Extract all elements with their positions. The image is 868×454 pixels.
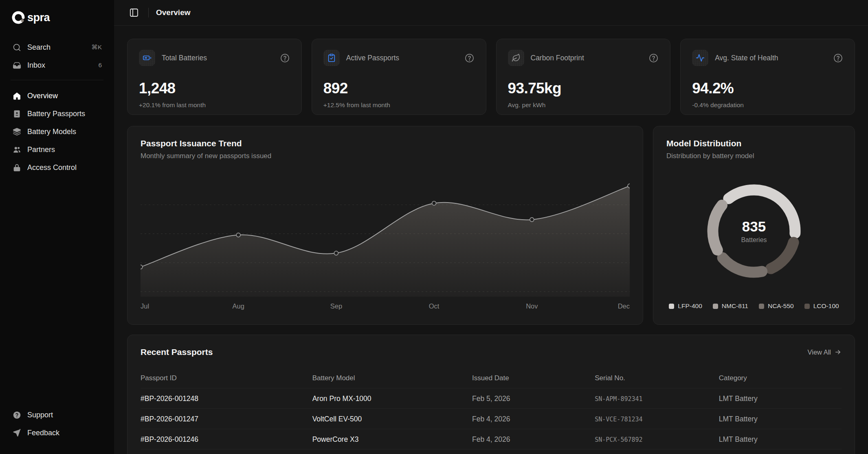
sidebar-item-label: Overview xyxy=(27,92,58,100)
brand-logo-icon xyxy=(11,11,25,24)
stat-card-state-of-health: Avg. State of Health 94.2% -0.4% degrada… xyxy=(680,39,855,115)
sidebar-item-label: Access Control xyxy=(27,163,77,172)
users-icon xyxy=(12,145,21,154)
help-icon[interactable] xyxy=(464,53,475,63)
page-title: Overview xyxy=(156,8,191,17)
table-header-row: Passport ID Battery Model Issued Date Se… xyxy=(141,368,842,388)
trend-chart-title: Passport Issuance Trend xyxy=(141,139,630,148)
cell-issued-date: Feb 5, 2026 xyxy=(472,394,595,403)
clipboard-check-icon xyxy=(323,50,340,66)
cell-issued-date: Feb 4, 2026 xyxy=(472,435,595,444)
donut-chart-subtitle: Distribution by battery model xyxy=(666,152,842,160)
lock-icon xyxy=(12,163,21,172)
cell-serial-no: SN-APM-892341 xyxy=(595,395,719,403)
sidebar-item-overview[interactable]: Overview xyxy=(9,87,105,105)
donut-segment-nmc-811[interactable] xyxy=(713,205,722,250)
legend-swatch xyxy=(759,304,764,309)
legend-swatch xyxy=(669,304,674,309)
stat-card-active-passports: Active Passports 892 +12.5% from last mo… xyxy=(312,39,486,115)
help-icon[interactable] xyxy=(280,53,290,63)
cell-category: LMT Battery xyxy=(719,394,842,403)
sidebar-inbox-label: Inbox xyxy=(27,61,45,70)
cell-passport-id: #BP-2026-001248 xyxy=(141,394,312,403)
sidebar-divider xyxy=(11,80,103,80)
legend-label: LFP-400 xyxy=(678,302,702,310)
sidebar-search[interactable]: Search ⌘K xyxy=(9,38,105,56)
col-battery-model: Battery Model xyxy=(312,374,472,382)
help-circle-icon xyxy=(12,410,21,419)
cell-passport-id: #BP-2026-001247 xyxy=(141,415,312,423)
sidebar-item-battery-models[interactable]: Battery Models xyxy=(9,123,105,141)
stat-value: 892 xyxy=(323,80,475,97)
model-distribution-card: Model Distribution Distribution by batte… xyxy=(653,126,855,325)
battery-icon xyxy=(139,50,155,66)
cell-battery-model: Aron Pro MX-1000 xyxy=(312,394,472,403)
inbox-icon xyxy=(12,61,21,70)
home-icon xyxy=(12,91,21,100)
sidebar-item-feedback[interactable]: Feedback xyxy=(9,424,105,442)
main-area: Overview Total Batteries 1,248 xyxy=(114,0,868,454)
send-icon xyxy=(12,428,21,437)
stat-value: 94.2% xyxy=(692,80,843,97)
x-tick-label: Oct xyxy=(429,302,439,310)
inbox-badge: 6 xyxy=(98,62,102,69)
sidebar: spra Search ⌘K Inbox 6 Overview xyxy=(0,0,114,454)
legend-label: NMC-811 xyxy=(722,302,748,310)
stat-title: Active Passports xyxy=(346,54,399,62)
stats-row: Total Batteries 1,248 +20.1% from last m… xyxy=(127,39,855,115)
passport-icon xyxy=(12,109,21,118)
leaf-icon xyxy=(508,50,524,66)
help-icon[interactable] xyxy=(833,53,843,63)
activity-icon xyxy=(692,50,708,66)
help-icon[interactable] xyxy=(648,53,659,63)
trend-area-chart xyxy=(141,171,630,297)
col-serial-no: Serial No. xyxy=(595,374,719,382)
cell-passport-id: #BP-2026-001246 xyxy=(141,435,312,444)
arrow-right-icon xyxy=(834,348,842,356)
topbar: Overview xyxy=(114,0,868,26)
x-tick-label: Dec xyxy=(618,302,630,310)
sidebar-spacer xyxy=(9,176,105,406)
donut-segment-nca-550[interactable] xyxy=(723,258,762,272)
table-row[interactable]: #BP-2026-001248 Aron Pro MX-1000 Feb 5, … xyxy=(141,388,842,408)
stat-value: 93.75kg xyxy=(508,80,659,97)
col-passport-id: Passport ID xyxy=(141,374,312,382)
stat-subtext: -0.4% degradation xyxy=(692,101,843,109)
sidebar-item-battery-passports[interactable]: Battery Passports xyxy=(9,105,105,123)
x-tick-label: Aug xyxy=(233,302,244,310)
sidebar-inbox[interactable]: Inbox 6 xyxy=(9,56,105,74)
stat-card-total-batteries: Total Batteries 1,248 +20.1% from last m… xyxy=(127,39,302,115)
legend-swatch xyxy=(804,304,810,309)
sidebar-toggle-button[interactable] xyxy=(127,6,141,20)
sidebar-item-label: Partners xyxy=(27,145,55,154)
table-row[interactable]: #BP-2026-001247 VoltCell EV-500 Feb 4, 2… xyxy=(141,408,842,429)
sidebar-item-label: Battery Passports xyxy=(27,110,85,118)
sidebar-item-label: Feedback xyxy=(27,429,59,437)
cell-category: LMT Battery xyxy=(719,435,842,444)
cell-serial-no: SN-PCX-567892 xyxy=(595,436,719,443)
view-all-link[interactable]: View All xyxy=(808,348,842,356)
stat-subtext: Avg. per kWh xyxy=(508,101,659,109)
x-tick-label: Jul xyxy=(141,302,149,310)
stat-subtext: +12.5% from last month xyxy=(323,101,475,109)
donut-legend: LFP-400 NMC-811 NCA-550 LCO-100 xyxy=(666,302,842,312)
brand-logo[interactable]: spra xyxy=(9,11,105,24)
donut-segment-lco-100[interactable] xyxy=(771,242,793,268)
legend-label: LCO-100 xyxy=(813,302,839,310)
legend-label: NCA-550 xyxy=(768,302,794,310)
donut-chart: 835 Batteries xyxy=(666,160,842,302)
donut-center-label: Batteries xyxy=(741,236,767,244)
layers-icon xyxy=(12,127,21,136)
trend-x-axis-labels: JulAugSepOctNovDec xyxy=(141,302,630,312)
x-tick-label: Nov xyxy=(526,302,538,310)
sidebar-item-support[interactable]: Support xyxy=(9,406,105,424)
sidebar-item-partners[interactable]: Partners xyxy=(9,141,105,159)
stat-title: Avg. State of Health xyxy=(715,54,778,62)
table-row[interactable]: #BP-2026-001246 PowerCore X3 Feb 4, 2026… xyxy=(141,429,842,449)
sidebar-item-access-control[interactable]: Access Control xyxy=(9,159,105,176)
cell-issued-date: Feb 4, 2026 xyxy=(472,415,595,423)
cell-battery-model: VoltCell EV-500 xyxy=(312,415,472,423)
legend-item: LFP-400 xyxy=(669,302,702,310)
stat-value: 1,248 xyxy=(139,80,290,97)
trend-chart-subtitle: Monthly summary of new passports issued xyxy=(141,152,630,160)
